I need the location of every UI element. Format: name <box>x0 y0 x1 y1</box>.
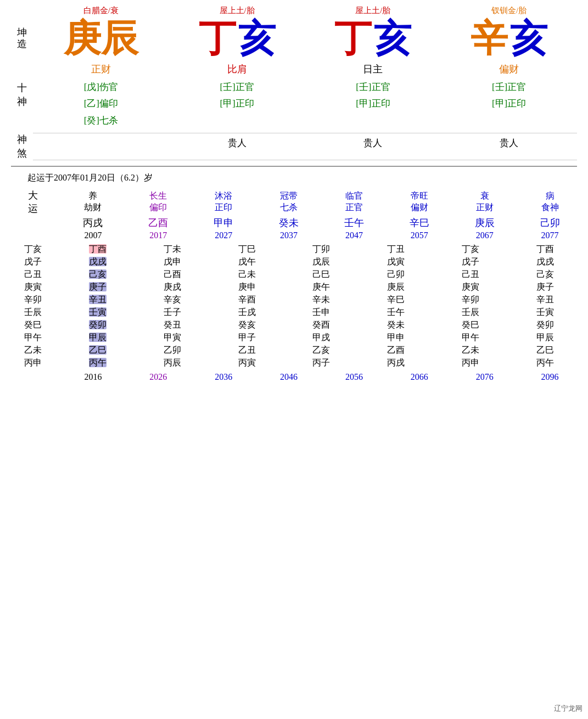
ln-4-5: 庚寅 <box>433 281 508 294</box>
shishen-item-3-1: [壬]正官 <box>305 79 441 96</box>
liunian-row-6: 壬辰 壬寅 壬子 壬戌 壬申 壬午 壬辰 壬寅 <box>5 306 583 319</box>
side-label-kun: 坤造 <box>11 27 33 50</box>
dayun-gz-0: 丙戌 <box>60 216 126 230</box>
ln-4-4: 庚辰 <box>359 281 433 294</box>
ln-6-1: 壬子 <box>135 306 210 319</box>
liunian-side-1: 丁亥 <box>5 243 60 256</box>
liunian-side-7: 癸巳 <box>5 319 60 332</box>
ln-8-2: 甲子 <box>210 332 284 344</box>
big-char-gengchen: 庚辰 <box>64 18 138 59</box>
bottom-year-2: 2036 <box>191 372 256 383</box>
liunian-row-5: 辛卯 辛丑 辛亥 辛酉 辛未 辛巳 辛卯 辛丑 <box>5 294 583 306</box>
shishen-item-1-2: [乙]偏印 <box>33 96 169 113</box>
ln-cell-blue-3: 己亥 <box>89 269 107 279</box>
role-row: 正财 比肩 日主 偏财 <box>33 63 577 76</box>
liunian-table: 丁亥 丁酉 丁未 丁巳 丁卯 丁丑 丁亥 丁酉 戊子 戊戌 戊申 戊午 戊辰 戊… <box>5 243 583 369</box>
dayun-top-years-row: 2007 2017 2027 2037 2047 2057 2067 2077 <box>5 230 583 241</box>
watermark: 辽宁龙网 <box>554 704 583 714</box>
ln-2-6: 戊戌 <box>508 256 583 268</box>
ln-9-6: 乙巳 <box>508 344 583 357</box>
shishen-col-2: [壬]正官 [甲]正印 <box>169 79 305 130</box>
big-chars-row: 坤造 庚辰 丁 亥 丁 亥 辛 亥 <box>11 18 577 59</box>
ln-2-1: 戊申 <box>135 256 210 268</box>
ln-3-4: 己卯 <box>359 268 433 281</box>
shishen-side-label: 十神 <box>11 79 33 130</box>
ln-5-3: 辛未 <box>284 294 359 306</box>
ln-9-5: 乙未 <box>433 344 508 357</box>
ln-6-2: 壬戌 <box>210 306 284 319</box>
shishen-item-2-2: [甲]正印 <box>169 96 305 113</box>
ln-5-4: 辛巳 <box>359 294 433 306</box>
top-year-7: 2077 <box>517 230 583 241</box>
shishen-item-4-1: [壬]正官 <box>441 79 577 96</box>
top-year-2: 2027 <box>191 230 256 241</box>
bottom-year-0: 2016 <box>60 372 126 383</box>
ln-6-4: 壬午 <box>359 306 433 319</box>
dayun-gz-4: 壬午 <box>322 216 387 230</box>
dayun-yang-7: 病食神 <box>517 188 583 216</box>
header-col-1: 白腊金/衰 <box>33 5 169 16</box>
shishen-item-1-3: [癸]七杀 <box>33 113 169 130</box>
liunian-side-5: 辛卯 <box>5 294 60 306</box>
ln-8-1: 甲寅 <box>135 332 210 344</box>
bottom-year-4: 2056 <box>322 372 387 383</box>
top-year-0: 2007 <box>60 230 126 241</box>
ln-4-1: 庚戌 <box>135 281 210 294</box>
dayun-top-years-label <box>5 230 60 241</box>
ln-4-3: 庚午 <box>284 281 359 294</box>
ln-3-2: 己未 <box>210 268 284 281</box>
ln-1-2: 丁巳 <box>210 243 284 256</box>
dayun-yang-5: 帝旺偏财 <box>387 188 452 216</box>
ln-2-5: 戊子 <box>433 256 508 268</box>
ln-cell-pink: 丁酉 <box>89 244 107 254</box>
dayun-gz-7: 己卯 <box>517 216 583 230</box>
dayun-gz-2: 甲申 <box>191 216 256 230</box>
liunian-side-3: 己丑 <box>5 268 60 281</box>
liunian-row-3: 己丑 己亥 己酉 己未 己巳 己卯 己丑 己亥 <box>5 268 583 281</box>
top-year-4: 2047 <box>322 230 387 241</box>
ln-1-6: 丁酉 <box>508 243 583 256</box>
big-char-hai3: 亥 <box>374 18 411 59</box>
ln-cell-blue-8: 甲辰 <box>89 333 107 342</box>
bottom-year-3: 2046 <box>256 372 322 383</box>
shishen-col-1: [戊]伤官 [乙]偏印 [癸]七杀 <box>33 79 169 130</box>
ln-8-3: 甲戌 <box>284 332 359 344</box>
ln-9-2: 乙丑 <box>210 344 284 357</box>
dayun-yang-1: 长生偏印 <box>126 188 191 216</box>
top-year-6: 2067 <box>452 230 517 241</box>
role-col-4: 偏财 <box>441 63 577 76</box>
section-divider <box>11 166 577 167</box>
dayun-yang-6: 衰正财 <box>452 188 517 216</box>
header-col-2: 屋上土/胎 <box>169 5 305 16</box>
ln-cell-blue-6: 壬寅 <box>89 307 107 317</box>
ln-8-5: 甲午 <box>433 332 508 344</box>
dayun-header-table: 大运 养劫财 长生偏印 沐浴正印 冠带七杀 临官正官 帝旺偏财 衰正财 病食神 … <box>5 188 583 241</box>
ln-cell-blue-5: 辛丑 <box>89 295 107 304</box>
ln-5-2: 辛酉 <box>210 294 284 306</box>
bottom-year-6: 2076 <box>452 372 517 383</box>
ln-5-1: 辛亥 <box>135 294 210 306</box>
shensha-side-label: 神煞 <box>11 133 33 160</box>
bottom-years-table: 2016 2026 2036 2046 2056 2066 2076 2096 <box>5 372 583 383</box>
liunian-side-9: 乙未 <box>5 344 60 357</box>
dayun-gz-5: 辛巳 <box>387 216 452 230</box>
shishen-item-3-2: [甲]正印 <box>305 96 441 113</box>
header-row: 白腊金/衰 屋上土/胎 屋上土/胎 钗钏金/胎 <box>33 5 577 16</box>
top-year-1: 2017 <box>126 230 191 241</box>
ln-3-3: 己巳 <box>284 268 359 281</box>
role-col-1: 正财 <box>33 63 169 76</box>
bottom-year-7: 2096 <box>517 372 583 383</box>
liunian-row-4: 庚寅 庚子 庚戌 庚申 庚午 庚辰 庚寅 庚子 <box>5 281 583 294</box>
ln-cell-blue-10: 丙午 <box>89 358 107 367</box>
bottom-year-5: 2066 <box>387 372 452 383</box>
header-col-3: 屋上土/胎 <box>305 5 441 16</box>
shensha-cols: 贵人 贵人 贵人 <box>33 133 577 160</box>
big-char-col-3: 丁 亥 <box>305 18 441 59</box>
dayun-yang-3: 冠带七杀 <box>256 188 322 216</box>
big-char-col-1: 庚辰 <box>33 18 169 59</box>
ln-6-5: 壬辰 <box>433 306 508 319</box>
dayun-gz-3: 癸未 <box>256 216 322 230</box>
ln-5-5: 辛卯 <box>433 294 508 306</box>
top-year-5: 2057 <box>387 230 452 241</box>
shishen-item-4-2: [甲]正印 <box>441 96 577 113</box>
